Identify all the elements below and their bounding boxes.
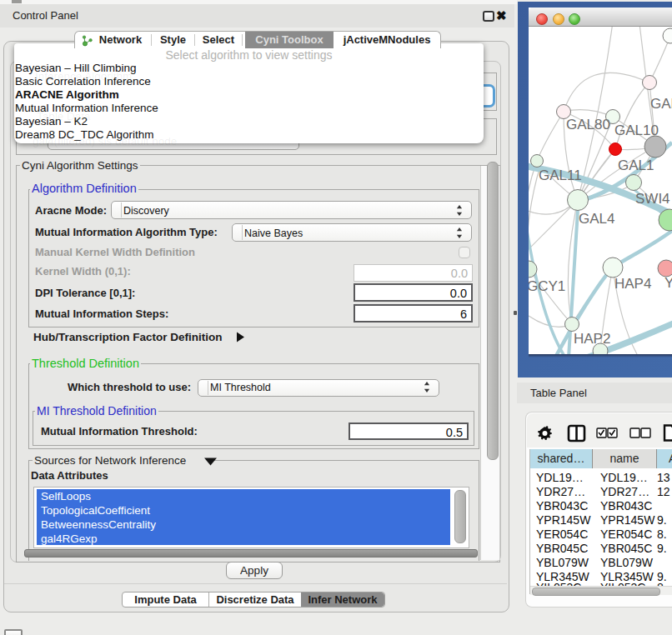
svg-text:GAL10: GAL10 xyxy=(614,122,659,138)
svg-text:HAP4: HAP4 xyxy=(614,276,651,292)
svg-text:GAL80: GAL80 xyxy=(566,117,610,132)
svg-text:SWI4: SWI4 xyxy=(635,191,670,207)
svg-text:HAP2: HAP2 xyxy=(574,331,610,347)
svg-text:GCY1: GCY1 xyxy=(529,278,565,294)
svg-text:Y: Y xyxy=(664,275,672,291)
svg-text:GAL1: GAL1 xyxy=(618,158,654,173)
svg-text:GAL11: GAL11 xyxy=(539,168,582,183)
svg-text:GAL7: GAL7 xyxy=(650,96,672,112)
svg-text:GAL4: GAL4 xyxy=(579,211,614,227)
